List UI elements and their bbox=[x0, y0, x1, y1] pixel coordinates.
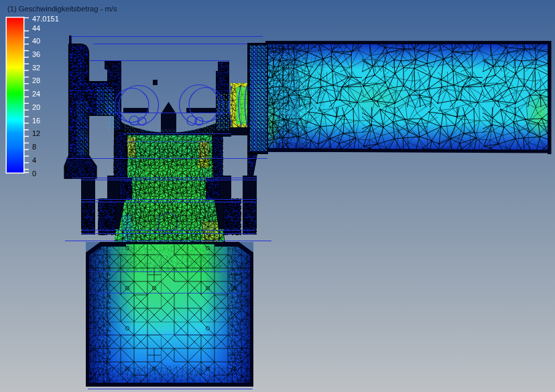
svg-text:20: 20 bbox=[32, 103, 40, 111]
svg-text:0: 0 bbox=[32, 170, 36, 178]
svg-text:(1) Geschwindigkeitsbetrag - m: (1) Geschwindigkeitsbetrag - m/s bbox=[7, 5, 117, 13]
svg-text:36: 36 bbox=[32, 50, 40, 58]
svg-text:40: 40 bbox=[32, 37, 40, 45]
svg-text:16: 16 bbox=[32, 117, 40, 125]
svg-text:8: 8 bbox=[32, 143, 36, 151]
svg-text:12: 12 bbox=[32, 129, 40, 137]
svg-text:47.0151: 47.0151 bbox=[32, 15, 59, 23]
svg-text:44: 44 bbox=[32, 24, 40, 32]
svg-text:4: 4 bbox=[32, 156, 36, 164]
svg-text:32: 32 bbox=[32, 64, 40, 72]
svg-text:28: 28 bbox=[32, 76, 40, 84]
svg-text:24: 24 bbox=[32, 90, 40, 98]
